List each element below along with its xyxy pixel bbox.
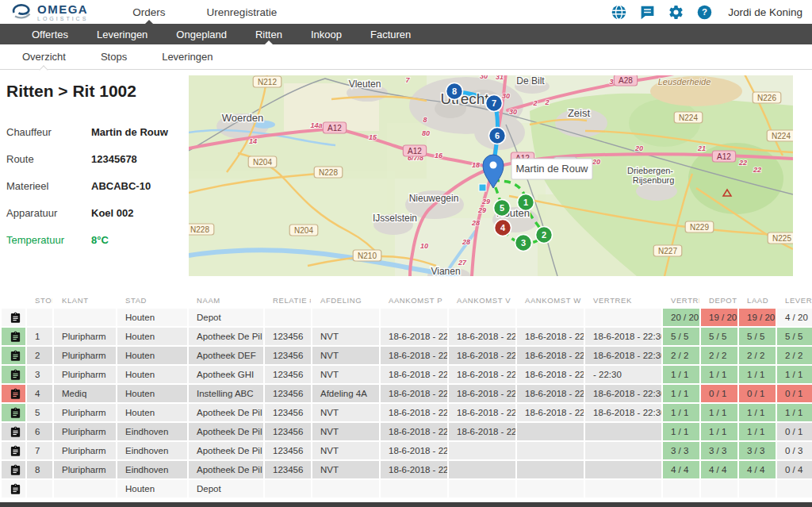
- map-stop-marker-8[interactable]: 8: [446, 83, 463, 100]
- clipboard-icon: [10, 350, 21, 362]
- table-row-stop-2[interactable]: 2PluripharmHoutenApotheek DEF123456NVT18…: [2, 347, 812, 364]
- omega-logo[interactable]: OMEGA LOGISTICS: [11, 0, 88, 24]
- nav-item-offertes[interactable]: Offertes: [17, 24, 82, 44]
- col-naam-4[interactable]: NAAM: [189, 294, 263, 307]
- table-row-stop-5[interactable]: 5PluripharmHoutenApotheek De Pil123456NV…: [2, 404, 812, 421]
- cell-aankomst-v: [449, 480, 515, 497]
- cell-aankomst-w: [517, 480, 584, 497]
- clipboard-icon-cell[interactable]: [2, 480, 25, 497]
- col-klant-2[interactable]: KLANT: [54, 294, 116, 307]
- cell-aankomst-p: 18-6-2018 - 22:30: [381, 404, 447, 421]
- help-icon[interactable]: ?: [696, 4, 713, 21]
- table-row-stop-1[interactable]: 1PluripharmHoutenApotheek De Pil123456NV…: [2, 328, 812, 345]
- clipboard-icon-cell[interactable]: [2, 404, 25, 421]
- cell-stad: Houten: [117, 385, 187, 402]
- map-exit-label: 2: [532, 99, 537, 107]
- cell-naam: Apotheek De Pil: [189, 404, 263, 421]
- subtab-overzicht[interactable]: Overzicht: [5, 44, 83, 69]
- cell-naam: Apotheek De Pil: [189, 442, 263, 459]
- nav-item-leveringen[interactable]: Leveringen: [82, 24, 162, 44]
- col-stad-3[interactable]: STAD: [117, 294, 187, 307]
- sub-tabs: OverzichtStopsLeveringen: [0, 44, 812, 70]
- cell-klant: Pluripharm: [54, 328, 116, 345]
- table-row-depot[interactable]: HoutenDepot20 / 2019 / 2019 / 204 / 20: [2, 309, 812, 326]
- clipboard-icon-cell[interactable]: [2, 461, 25, 478]
- stop-marker-number: 2: [542, 230, 546, 240]
- cell-afdeling: NVT: [312, 442, 379, 459]
- table-row-stop-4[interactable]: 4MediqHoutenInstelling ABC123456Afdeling…: [2, 385, 812, 402]
- map-exit-label: 14a: [310, 121, 322, 129]
- clipboard-icon-cell[interactable]: [2, 385, 25, 402]
- table-row-stop-6[interactable]: 6PluripharmEindhovenApotheek De Pil12345…: [2, 423, 812, 440]
- stop-marker-number: 4: [500, 223, 506, 232]
- map-road-badge-n229-15: N229: [685, 221, 714, 232]
- map-exit-label: 20: [592, 158, 600, 166]
- col-relatie-5[interactable]: RELATIE #: [265, 294, 311, 307]
- col-lever-14[interactable]: LEVER: [777, 294, 812, 307]
- map-stop-marker-2[interactable]: 2: [536, 227, 553, 244]
- map-exit-label: 3: [609, 78, 613, 86]
- col-aankomst-p-7[interactable]: AANKOMST P: [381, 294, 447, 307]
- badge-label: A12: [327, 124, 342, 133]
- col-aankomst-w-9[interactable]: AANKOMST W: [517, 294, 584, 307]
- clipboard-icon: [10, 464, 21, 476]
- col-aankomst-v-8[interactable]: AANKOMST V: [449, 294, 515, 307]
- globe-icon[interactable]: [611, 4, 627, 21]
- col-stop-1[interactable]: STOP: [27, 294, 52, 307]
- table-row-stop-3[interactable]: 3PluripharmHoutenApotheek GHI123456NVT18…: [2, 366, 812, 383]
- cell-laad: 4 / 4: [739, 461, 776, 478]
- cell-laad: 1 / 1: [739, 423, 776, 440]
- table-row-depot[interactable]: HoutenDepot: [2, 480, 812, 497]
- cell-lever: 1 / 1: [777, 404, 812, 421]
- user-name[interactable]: Jordi de Koning: [728, 6, 802, 18]
- clipboard-icon-cell[interactable]: [2, 347, 25, 364]
- cell-aankomst-p: 18-6-2018 - 22:30: [381, 461, 447, 478]
- cell-aankomst-w: 18-6-2018 - 22:30: [517, 328, 584, 345]
- map-exit-label: 14: [249, 137, 257, 145]
- clipboard-icon-cell[interactable]: [2, 328, 25, 345]
- badge-label: N228: [319, 168, 338, 177]
- col-afdeling-6[interactable]: AFDELING: [312, 294, 379, 307]
- col-vertrek-11[interactable]: VERTREK: [663, 294, 699, 307]
- header-actions: ? Jordi de Koning: [611, 0, 802, 24]
- clipboard-icon: [10, 445, 21, 457]
- col-vertrek-10[interactable]: VERTREK: [585, 294, 661, 307]
- nav-item-ritten[interactable]: Ritten: [241, 24, 297, 44]
- map-town-vleuten: Vleuten: [349, 79, 381, 90]
- nav-item-inkoop[interactable]: Inkoop: [297, 24, 356, 44]
- nav-item-facturen[interactable]: Facturen: [356, 24, 425, 44]
- svg-text:?: ?: [702, 7, 707, 17]
- nav-item-ongepland[interactable]: Ongepland: [162, 24, 241, 44]
- col-laad-13[interactable]: LAAD: [739, 294, 776, 307]
- table-header-row: STOPKLANTSTADNAAMRELATIE #AFDELINGAANKOM…: [2, 294, 812, 307]
- clipboard-icon-cell[interactable]: [2, 442, 25, 459]
- col-depot-12[interactable]: DEPOT: [701, 294, 737, 307]
- map-stop-marker-3[interactable]: 3: [515, 235, 532, 252]
- clipboard-icon-cell[interactable]: [2, 423, 25, 440]
- clipboard-icon-cell[interactable]: [2, 366, 25, 383]
- cell-vertrek: - 22:30: [585, 366, 661, 383]
- map-stop-marker-6[interactable]: 6: [489, 128, 506, 144]
- cell-afdeling: [312, 480, 379, 497]
- cell-aankomst-p: [381, 480, 447, 497]
- col-icon[interactable]: [2, 294, 25, 307]
- stop-marker-number: 1: [523, 198, 528, 207]
- map[interactable]: WoerdenVleutenUtrechtDe BiltZeistNieuweg…: [189, 75, 793, 276]
- map-stop-marker-4[interactable]: 4: [495, 220, 511, 236]
- chat-icon[interactable]: [639, 4, 656, 21]
- settings-icon[interactable]: [668, 4, 684, 21]
- map-stop-marker-1[interactable]: 1: [518, 194, 534, 211]
- field-value: 12345678: [91, 153, 137, 165]
- top-tab-orders[interactable]: Orders: [112, 0, 186, 24]
- clipboard-icon-cell[interactable]: [2, 309, 25, 326]
- table-row-stop-8[interactable]: 8PluripharmEindhovenApotheek De Pil12345…: [2, 461, 812, 478]
- pin-base-square: [479, 184, 486, 191]
- subtab-stops[interactable]: Stops: [83, 44, 144, 69]
- map-stop-marker-7[interactable]: 7: [486, 95, 503, 112]
- cell-aankomst-v: 18-6-2018 - 22:30: [449, 423, 515, 440]
- map-stop-marker-5[interactable]: 5: [494, 200, 511, 217]
- cell-naam: Apotheek DEF: [189, 347, 263, 364]
- subtab-leveringen[interactable]: Leveringen: [144, 44, 230, 69]
- table-row-stop-7[interactable]: 7PluripharmEindhovenApotheek De Pil12345…: [2, 442, 812, 459]
- top-tab-urenregistratie[interactable]: Urenregistratie: [186, 0, 298, 24]
